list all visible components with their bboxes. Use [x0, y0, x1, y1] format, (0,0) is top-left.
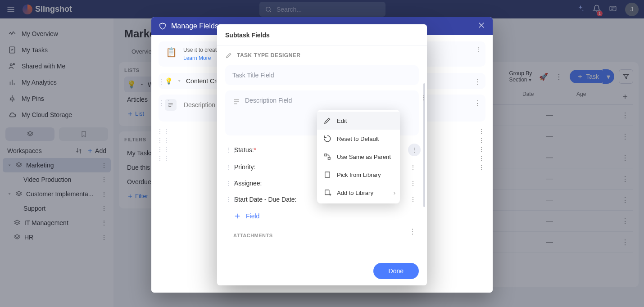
svg-rect-40: [325, 190, 329, 195]
more-icon[interactable]: ⋮: [410, 180, 416, 187]
drag-handle-icon[interactable]: ⋮⋮: [157, 155, 169, 162]
more-icon[interactable]: ⋮: [474, 77, 481, 86]
paragraph-icon: [232, 98, 240, 106]
more-icon[interactable]: ⋮: [410, 163, 416, 171]
ctx-edit[interactable]: Edit: [317, 112, 400, 130]
close-icon[interactable]: [477, 21, 485, 31]
more-icon[interactable]: ⋮: [421, 94, 427, 101]
attachments-section: ATTACHMENTS ⋮: [220, 225, 424, 240]
task-type-designer-heading: TASK TYPE DESIGNER: [217, 45, 427, 63]
clipboard-icon: 📋: [166, 47, 177, 61]
library-icon: [323, 171, 331, 179]
pencil-icon: [225, 52, 232, 59]
more-icon[interactable]: ⋮: [410, 196, 416, 203]
more-icon[interactable]: ⋮: [408, 144, 421, 156]
svg-rect-39: [325, 172, 330, 177]
ctx-same-as-parent[interactable]: Use Same as Parent: [317, 148, 400, 166]
more-icon[interactable]: ⋮: [476, 46, 481, 52]
plus-icon: [233, 212, 241, 220]
chevron-right-icon: ›: [394, 190, 395, 196]
task-title-field[interactable]: Task Title Field: [225, 65, 419, 85]
drag-handle-icon[interactable]: ⋮⋮: [225, 196, 238, 203]
add-field-button[interactable]: Field: [220, 208, 424, 225]
more-icon[interactable]: ⋮: [478, 137, 485, 144]
drag-handle-icon[interactable]: ⋮⋮: [158, 99, 172, 108]
drag-handle-icon[interactable]: ⋮⋮: [225, 146, 238, 154]
chevron-down-icon: [177, 79, 181, 83]
library-add-icon: [323, 189, 331, 197]
more-icon[interactable]: ⋮: [478, 155, 485, 162]
svg-rect-37: [325, 154, 327, 156]
svg-rect-38: [328, 158, 331, 160]
more-icon[interactable]: ⋮: [478, 164, 485, 171]
field-context-menu: Edit Reset to Default Use Same as Parent…: [317, 110, 400, 203]
drag-handle-icon[interactable]: ⋮⋮: [157, 128, 169, 135]
hierarchy-icon: [323, 153, 331, 161]
drag-handle-icon[interactable]: ⋮⋮: [225, 180, 238, 187]
ctx-add-library[interactable]: Add to Library ›: [317, 184, 400, 202]
shield-icon: [159, 22, 167, 30]
ctx-pick-library[interactable]: Pick from Library: [317, 166, 400, 184]
more-icon[interactable]: ⋮: [478, 146, 485, 153]
subtask-modal-title: Subtask Fields: [217, 24, 427, 45]
done-button[interactable]: Done: [373, 263, 419, 279]
ctx-reset[interactable]: Reset to Default: [317, 130, 400, 148]
drag-handle-icon[interactable]: ⋮⋮: [157, 146, 169, 153]
drag-handle-icon[interactable]: ⋮⋮: [157, 137, 169, 144]
pencil-icon: [323, 117, 331, 125]
more-icon[interactable]: ⋮: [474, 99, 481, 108]
more-icon[interactable]: ⋮: [478, 128, 485, 135]
more-icon[interactable]: ⋮: [409, 227, 416, 236]
drag-handle-icon[interactable]: ⋮⋮: [225, 163, 238, 171]
drag-handle-icon[interactable]: ⋮⋮: [158, 77, 172, 86]
modal-title: Manage Fields: [171, 22, 218, 30]
undo-icon: [323, 135, 331, 143]
